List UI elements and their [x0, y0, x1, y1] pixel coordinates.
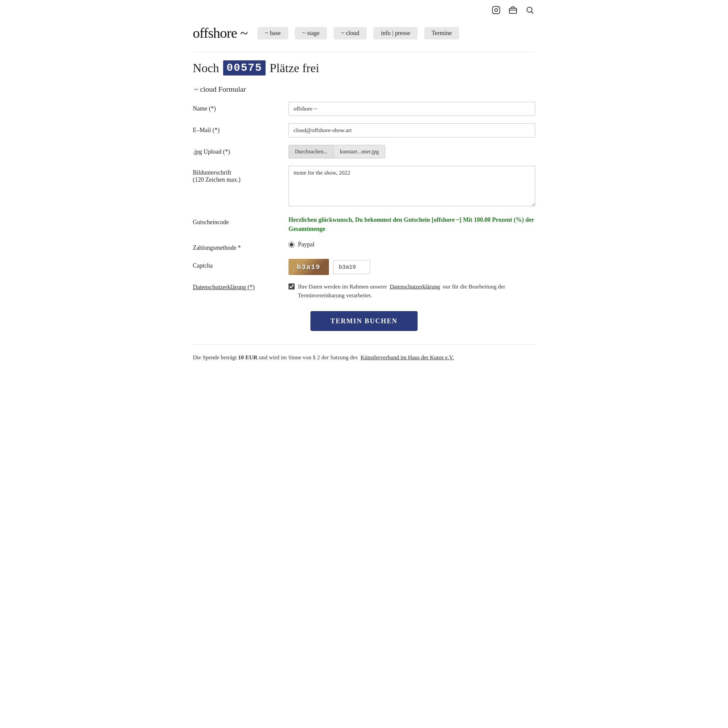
submit-area: TERMIN BUCHEN [193, 311, 535, 331]
caption-label: Bildunterschrift(120 Zeichen max.) [193, 166, 280, 184]
datenschutz-text: Ihre Daten werden im Rahmen unserer Date… [298, 283, 535, 300]
coupon-message-area: Herzlichen glückwunsch, Du bekommst den … [289, 216, 535, 234]
nav-termine[interactable]: Termine [424, 27, 459, 40]
payment-label: Zahlungsmethode * [193, 241, 280, 251]
payment-option-paypal: Paypal [289, 241, 535, 248]
briefcase-icon[interactable] [508, 5, 518, 15]
email-field-wrap [289, 123, 535, 138]
datenschutz-checkbox[interactable] [289, 283, 295, 289]
paypal-label: Paypal [298, 241, 315, 248]
footer-text-1: Die Spende beträgt [193, 354, 237, 361]
name-field [289, 102, 535, 116]
submit-button[interactable]: TERMIN BUCHEN [310, 311, 418, 331]
svg-line-6 [532, 12, 533, 14]
footer-note: Die Spende beträgt 10 EUR und wird im Si… [193, 344, 535, 362]
page-title: Noch 00575 Plätze frei [193, 60, 535, 75]
paypal-radio[interactable] [289, 242, 295, 248]
file-name-display: kunstart...nner.jpg [333, 145, 385, 158]
payment-field: Paypal [289, 241, 535, 248]
email-row: E–Mail (*) [193, 123, 535, 138]
captcha-image: b3a19 [289, 259, 329, 275]
svg-rect-0 [492, 6, 500, 14]
nav-base[interactable]: ~ base [257, 27, 288, 40]
datenschutz-link[interactable]: Datenschutzerklärung [390, 283, 440, 290]
caption-field: mone for the show, 2022 [289, 166, 535, 208]
coupon-label: Gutscheincode [193, 216, 280, 226]
svg-point-5 [527, 7, 532, 12]
coupon-row: Gutscheincode Herzlichen glückwunsch, Du… [193, 216, 535, 234]
name-input[interactable] [289, 102, 535, 116]
name-label: Name (*) [193, 102, 280, 112]
datenschutz-link-label[interactable]: Datenschutzerklärung (*) [193, 284, 254, 291]
captcha-image-text: b3a19 [297, 263, 321, 271]
caption-row: Bildunterschrift(120 Zeichen max.) mone … [193, 166, 535, 208]
datenschutz-text-1: Ihre Daten werden im Rahmen unserer [298, 283, 387, 290]
nav-info[interactable]: info | presse [373, 27, 418, 40]
svg-point-2 [498, 8, 499, 8]
title-prefix: Noch [193, 61, 219, 75]
captcha-field: b3a19 [289, 259, 535, 275]
nav-cloud[interactable]: ~ cloud [334, 27, 367, 40]
site-logo: offshore ~ [193, 25, 248, 41]
svg-point-1 [495, 9, 498, 12]
captcha-label: Captcha [193, 259, 280, 269]
form-section-title: ~ cloud Formular [193, 85, 535, 94]
footer-text-2: und wird im Sinne von § 2 der Satzung de… [259, 354, 358, 361]
svg-rect-3 [509, 8, 517, 14]
captcha-row: Captcha b3a19 [193, 259, 535, 275]
email-label: E–Mail (*) [193, 123, 280, 134]
jpg-upload-row: .jpg Upload (*) Durchsuchen... kunstart.… [193, 145, 535, 158]
instagram-icon[interactable] [491, 5, 502, 15]
seats-counter: 00575 [223, 60, 266, 75]
site-header: offshore ~ ~ base ~ stage ~ cloud info |… [193, 19, 535, 49]
top-bar [193, 0, 535, 19]
jpg-upload-label: .jpg Upload (*) [193, 145, 280, 155]
datenschutz-content: Ihre Daten werden im Rahmen unserer Date… [289, 283, 535, 300]
cloud-form: Name (*) E–Mail (*) .jpg Upload (*) Durc… [193, 102, 535, 300]
file-upload-area: Durchsuchen... kunstart...nner.jpg [289, 145, 535, 158]
nav-stage[interactable]: ~ stage [295, 27, 327, 40]
name-row: Name (*) [193, 102, 535, 116]
footer-amount: 10 EUR [238, 354, 257, 361]
caption-textarea[interactable]: mone for the show, 2022 [289, 166, 535, 206]
payment-row: Zahlungsmethode * Paypal [193, 241, 535, 251]
captcha-area: b3a19 [289, 259, 535, 275]
title-suffix: Plätze frei [270, 61, 319, 75]
footer-link[interactable]: Künstlerverbund im Haus der Kunst e.V. [361, 354, 454, 361]
file-browse-button[interactable]: Durchsuchen... [289, 145, 333, 158]
datenschutz-row: Datenschutzerklärung (*) Ihre Daten werd… [193, 283, 535, 300]
header-divider [193, 52, 535, 52]
coupon-success-message: Herzlichen glückwunsch, Du bekommst den … [289, 216, 535, 234]
datenschutz-label-area: Datenschutzerklärung (*) [193, 283, 280, 291]
search-icon[interactable] [525, 5, 535, 15]
captcha-input[interactable] [333, 260, 370, 274]
jpg-upload-field: Durchsuchen... kunstart...nner.jpg [289, 145, 535, 158]
email-input[interactable] [289, 123, 535, 138]
